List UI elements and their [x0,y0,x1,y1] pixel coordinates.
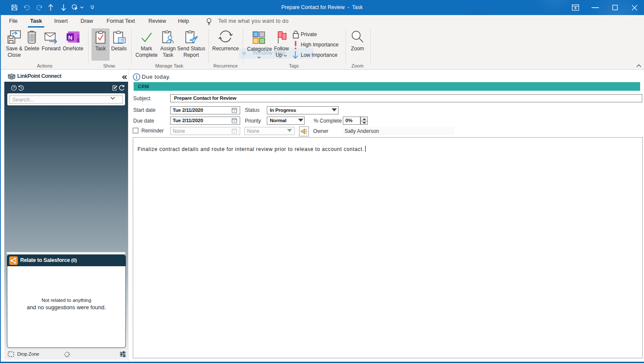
svg-text:N: N [68,34,73,41]
svg-text:?: ? [13,86,15,90]
